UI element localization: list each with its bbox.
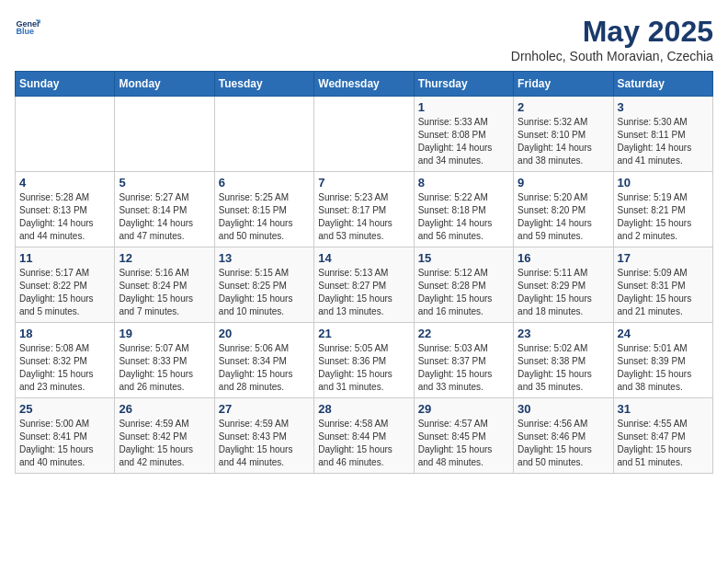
calendar-week-2: 4Sunrise: 5:28 AMSunset: 8:13 PMDaylight… bbox=[16, 172, 713, 247]
day-info: Sunrise: 5:15 AMSunset: 8:25 PMDaylight:… bbox=[219, 267, 310, 318]
day-number: 2 bbox=[518, 100, 609, 114]
calendar-cell: 15Sunrise: 5:12 AMSunset: 8:28 PMDayligh… bbox=[414, 247, 513, 323]
calendar-cell: 11Sunrise: 5:17 AMSunset: 8:22 PMDayligh… bbox=[16, 247, 115, 323]
day-number: 7 bbox=[318, 176, 409, 190]
day-info: Sunrise: 5:09 AMSunset: 8:31 PMDaylight:… bbox=[618, 267, 709, 318]
day-header-thursday: Thursday bbox=[414, 72, 513, 97]
svg-text:Blue: Blue bbox=[16, 27, 34, 36]
calendar-cell: 2Sunrise: 5:32 AMSunset: 8:10 PMDaylight… bbox=[514, 97, 613, 172]
calendar-week-4: 18Sunrise: 5:08 AMSunset: 8:32 PMDayligh… bbox=[16, 323, 713, 398]
day-number: 22 bbox=[418, 327, 509, 340]
calendar-cell: 3Sunrise: 5:30 AMSunset: 8:11 PMDaylight… bbox=[613, 97, 712, 172]
calendar-cell: 21Sunrise: 5:05 AMSunset: 8:36 PMDayligh… bbox=[314, 323, 414, 398]
calendar-cell: 20Sunrise: 5:06 AMSunset: 8:34 PMDayligh… bbox=[214, 323, 313, 398]
day-info: Sunrise: 5:05 AMSunset: 8:36 PMDaylight:… bbox=[318, 342, 409, 394]
calendar-cell bbox=[115, 97, 214, 172]
day-number: 18 bbox=[19, 327, 110, 340]
calendar-cell: 4Sunrise: 5:28 AMSunset: 8:13 PMDaylight… bbox=[16, 172, 115, 247]
day-header-tuesday: Tuesday bbox=[214, 72, 313, 97]
day-number: 24 bbox=[618, 327, 709, 340]
day-number: 31 bbox=[618, 402, 709, 416]
calendar-cell: 5Sunrise: 5:27 AMSunset: 8:14 PMDaylight… bbox=[115, 172, 214, 247]
day-header-monday: Monday bbox=[115, 72, 214, 97]
calendar-cell: 18Sunrise: 5:08 AMSunset: 8:32 PMDayligh… bbox=[16, 323, 115, 398]
day-number: 30 bbox=[518, 402, 609, 416]
day-info: Sunrise: 4:59 AMSunset: 8:42 PMDaylight:… bbox=[119, 418, 210, 469]
day-info: Sunrise: 5:17 AMSunset: 8:22 PMDaylight:… bbox=[19, 267, 110, 318]
day-number: 23 bbox=[518, 327, 609, 340]
day-number: 26 bbox=[119, 402, 210, 416]
day-info: Sunrise: 5:08 AMSunset: 8:32 PMDaylight:… bbox=[19, 342, 110, 394]
day-info: Sunrise: 5:22 AMSunset: 8:18 PMDaylight:… bbox=[418, 191, 509, 243]
calendar-cell: 1Sunrise: 5:33 AMSunset: 8:08 PMDaylight… bbox=[414, 97, 513, 172]
calendar-cell: 14Sunrise: 5:13 AMSunset: 8:27 PMDayligh… bbox=[314, 247, 414, 323]
calendar-table: SundayMondayTuesdayWednesdayThursdayFrid… bbox=[15, 71, 713, 474]
calendar-cell: 19Sunrise: 5:07 AMSunset: 8:33 PMDayligh… bbox=[115, 323, 214, 398]
day-number: 19 bbox=[119, 327, 210, 340]
title-area: May 2025 Drnholec, South Moravian, Czech… bbox=[511, 15, 713, 63]
day-info: Sunrise: 5:19 AMSunset: 8:21 PMDaylight:… bbox=[618, 191, 709, 243]
day-number: 17 bbox=[618, 251, 709, 265]
calendar-cell: 8Sunrise: 5:22 AMSunset: 8:18 PMDaylight… bbox=[414, 172, 513, 247]
day-number: 1 bbox=[418, 100, 509, 114]
day-number: 8 bbox=[418, 176, 509, 190]
day-header-friday: Friday bbox=[514, 72, 613, 97]
calendar-cell bbox=[16, 97, 115, 172]
day-number: 3 bbox=[618, 100, 709, 114]
day-info: Sunrise: 4:56 AMSunset: 8:46 PMDaylight:… bbox=[518, 418, 609, 469]
calendar-week-3: 11Sunrise: 5:17 AMSunset: 8:22 PMDayligh… bbox=[16, 247, 713, 323]
day-number: 10 bbox=[618, 176, 709, 190]
day-number: 4 bbox=[19, 176, 110, 190]
calendar-cell: 29Sunrise: 4:57 AMSunset: 8:45 PMDayligh… bbox=[414, 398, 513, 474]
day-number: 28 bbox=[318, 402, 409, 416]
day-number: 25 bbox=[19, 402, 110, 416]
day-number: 14 bbox=[318, 251, 409, 265]
month-title: May 2025 bbox=[511, 15, 713, 49]
day-number: 11 bbox=[19, 251, 110, 265]
day-number: 5 bbox=[119, 176, 210, 190]
calendar-header-row: SundayMondayTuesdayWednesdayThursdayFrid… bbox=[16, 72, 713, 97]
day-info: Sunrise: 4:57 AMSunset: 8:45 PMDaylight:… bbox=[418, 418, 509, 469]
header: General Blue May 2025 Drnholec, South Mo… bbox=[15, 15, 713, 63]
day-info: Sunrise: 5:01 AMSunset: 8:39 PMDaylight:… bbox=[618, 342, 709, 394]
calendar-cell: 6Sunrise: 5:25 AMSunset: 8:15 PMDaylight… bbox=[214, 172, 313, 247]
calendar-cell: 26Sunrise: 4:59 AMSunset: 8:42 PMDayligh… bbox=[115, 398, 214, 474]
calendar-cell: 9Sunrise: 5:20 AMSunset: 8:20 PMDaylight… bbox=[514, 172, 613, 247]
calendar-cell: 10Sunrise: 5:19 AMSunset: 8:21 PMDayligh… bbox=[613, 172, 712, 247]
calendar-cell: 31Sunrise: 4:55 AMSunset: 8:47 PMDayligh… bbox=[613, 398, 712, 474]
subtitle: Drnholec, South Moravian, Czechia bbox=[511, 49, 713, 63]
day-number: 12 bbox=[119, 251, 210, 265]
calendar-cell bbox=[314, 97, 414, 172]
day-info: Sunrise: 5:03 AMSunset: 8:37 PMDaylight:… bbox=[418, 342, 509, 394]
day-number: 21 bbox=[318, 327, 409, 340]
calendar-cell: 24Sunrise: 5:01 AMSunset: 8:39 PMDayligh… bbox=[613, 323, 712, 398]
calendar-cell bbox=[214, 97, 313, 172]
day-number: 15 bbox=[418, 251, 509, 265]
day-info: Sunrise: 5:11 AMSunset: 8:29 PMDaylight:… bbox=[518, 267, 609, 318]
day-header-sunday: Sunday bbox=[16, 72, 115, 97]
calendar-cell: 7Sunrise: 5:23 AMSunset: 8:17 PMDaylight… bbox=[314, 172, 414, 247]
day-header-saturday: Saturday bbox=[613, 72, 712, 97]
day-number: 6 bbox=[219, 176, 310, 190]
calendar-week-5: 25Sunrise: 5:00 AMSunset: 8:41 PMDayligh… bbox=[16, 398, 713, 474]
calendar-cell: 25Sunrise: 5:00 AMSunset: 8:41 PMDayligh… bbox=[16, 398, 115, 474]
day-number: 29 bbox=[418, 402, 509, 416]
day-info: Sunrise: 5:00 AMSunset: 8:41 PMDaylight:… bbox=[19, 418, 110, 469]
calendar-cell: 30Sunrise: 4:56 AMSunset: 8:46 PMDayligh… bbox=[514, 398, 613, 474]
day-number: 16 bbox=[518, 251, 609, 265]
day-info: Sunrise: 5:30 AMSunset: 8:11 PMDaylight:… bbox=[618, 116, 709, 167]
day-info: Sunrise: 5:27 AMSunset: 8:14 PMDaylight:… bbox=[119, 191, 210, 243]
day-number: 20 bbox=[219, 327, 310, 340]
calendar-cell: 23Sunrise: 5:02 AMSunset: 8:38 PMDayligh… bbox=[514, 323, 613, 398]
calendar-cell: 17Sunrise: 5:09 AMSunset: 8:31 PMDayligh… bbox=[613, 247, 712, 323]
calendar-cell: 27Sunrise: 4:59 AMSunset: 8:43 PMDayligh… bbox=[214, 398, 313, 474]
calendar-cell: 13Sunrise: 5:15 AMSunset: 8:25 PMDayligh… bbox=[214, 247, 313, 323]
day-info: Sunrise: 4:59 AMSunset: 8:43 PMDaylight:… bbox=[219, 418, 310, 469]
day-info: Sunrise: 4:55 AMSunset: 8:47 PMDaylight:… bbox=[618, 418, 709, 469]
calendar-cell: 16Sunrise: 5:11 AMSunset: 8:29 PMDayligh… bbox=[514, 247, 613, 323]
day-info: Sunrise: 5:33 AMSunset: 8:08 PMDaylight:… bbox=[418, 116, 509, 167]
day-info: Sunrise: 5:13 AMSunset: 8:27 PMDaylight:… bbox=[318, 267, 409, 318]
day-number: 27 bbox=[219, 402, 310, 416]
calendar-cell: 28Sunrise: 4:58 AMSunset: 8:44 PMDayligh… bbox=[314, 398, 414, 474]
day-number: 9 bbox=[518, 176, 609, 190]
